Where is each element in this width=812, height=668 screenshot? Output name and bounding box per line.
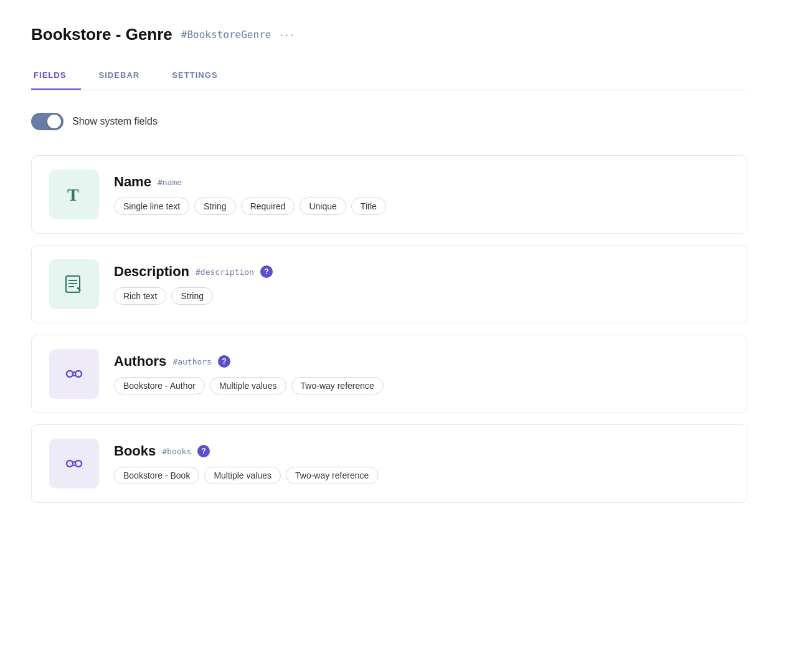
field-content-authors: Authors #authors ? Bookstore - Author Mu… bbox=[114, 353, 729, 394]
field-books-hash: #books bbox=[162, 447, 191, 456]
toggle-knob bbox=[47, 115, 61, 128]
tag-two-way-reference-books: Two-way reference bbox=[286, 467, 378, 484]
field-description-tags: Rich text String bbox=[114, 287, 729, 305]
field-content-books: Books #books ? Bookstore - Book Multiple… bbox=[114, 443, 729, 484]
field-description-hash: #description bbox=[196, 267, 254, 277]
field-content-name: Name #name Single line text String Requi… bbox=[114, 174, 729, 215]
tabs-bar: FIELDS SIDEBAR SETTINGS bbox=[31, 62, 747, 90]
more-options-button[interactable]: ··· bbox=[280, 27, 295, 43]
tab-sidebar[interactable]: SIDEBAR bbox=[96, 62, 154, 90]
field-card-books[interactable]: Books #books ? Bookstore - Book Multiple… bbox=[31, 424, 747, 503]
tag-unique: Unique bbox=[300, 198, 346, 215]
tag-two-way-reference-authors: Two-way reference bbox=[291, 377, 384, 394]
field-icon-description bbox=[49, 259, 99, 309]
tag-rich-text: Rich text bbox=[114, 287, 166, 305]
field-card-description[interactable]: Description #description ? Rich text Str… bbox=[31, 245, 747, 323]
svg-point-9 bbox=[75, 460, 82, 467]
page-header: Bookstore - Genre #BookstoreGenre ··· bbox=[31, 25, 747, 44]
tag-string-desc: String bbox=[171, 287, 213, 305]
svg-point-7 bbox=[75, 371, 82, 377]
field-icon-books bbox=[49, 439, 99, 489]
tag-multiple-values-books: Multiple values bbox=[204, 467, 281, 484]
tag-required: Required bbox=[241, 198, 295, 215]
help-icon-authors[interactable]: ? bbox=[218, 355, 230, 368]
system-fields-toggle[interactable] bbox=[31, 113, 64, 130]
field-authors-label: Authors bbox=[114, 353, 166, 370]
help-icon-books[interactable]: ? bbox=[197, 445, 210, 457]
field-card-authors[interactable]: Authors #authors ? Bookstore - Author Mu… bbox=[31, 335, 747, 413]
svg-point-6 bbox=[67, 371, 73, 377]
toggle-label: Show system fields bbox=[72, 116, 158, 127]
field-title-row-books: Books #books ? bbox=[114, 443, 729, 459]
field-name-label: Name bbox=[114, 174, 151, 190]
field-authors-hash: #authors bbox=[172, 357, 212, 366]
tab-fields[interactable]: FIELDS bbox=[31, 62, 81, 90]
tag-title: Title bbox=[351, 198, 386, 215]
svg-point-8 bbox=[67, 460, 73, 467]
tag-string: String bbox=[194, 198, 236, 215]
field-card-name[interactable]: T Name #name Single line text String Req… bbox=[31, 155, 747, 234]
tag-single-line-text: Single line text bbox=[114, 198, 189, 215]
tab-settings[interactable]: SETTINGS bbox=[169, 62, 232, 90]
field-books-label: Books bbox=[114, 443, 156, 459]
field-name-tags: Single line text String Required Unique … bbox=[114, 198, 729, 215]
show-system-fields-row: Show system fields bbox=[31, 113, 747, 130]
field-title-row-description: Description #description ? bbox=[114, 264, 729, 280]
field-title-row-authors: Authors #authors ? bbox=[114, 353, 729, 370]
tag-bookstore-book: Bookstore - Book bbox=[114, 467, 199, 484]
tag-bookstore-author: Bookstore - Author bbox=[114, 377, 205, 394]
tag-multiple-values-authors: Multiple values bbox=[210, 377, 286, 394]
page-container: Bookstore - Genre #BookstoreGenre ··· FI… bbox=[0, 0, 778, 539]
svg-text:T: T bbox=[67, 185, 79, 204]
field-name-hash: #name bbox=[158, 178, 182, 187]
field-icon-authors bbox=[49, 349, 99, 399]
field-title-row-name: Name #name bbox=[114, 174, 729, 190]
field-authors-tags: Bookstore - Author Multiple values Two-w… bbox=[114, 377, 729, 394]
field-description-label: Description bbox=[114, 264, 189, 280]
field-icon-name: T bbox=[49, 169, 99, 219]
page-title: Bookstore - Genre bbox=[31, 25, 172, 44]
field-books-tags: Bookstore - Book Multiple values Two-way… bbox=[114, 467, 729, 484]
page-hash: #BookstoreGenre bbox=[181, 29, 271, 41]
fields-list: T Name #name Single line text String Req… bbox=[31, 155, 747, 503]
help-icon-description[interactable]: ? bbox=[260, 265, 273, 278]
field-content-description: Description #description ? Rich text Str… bbox=[114, 264, 729, 305]
